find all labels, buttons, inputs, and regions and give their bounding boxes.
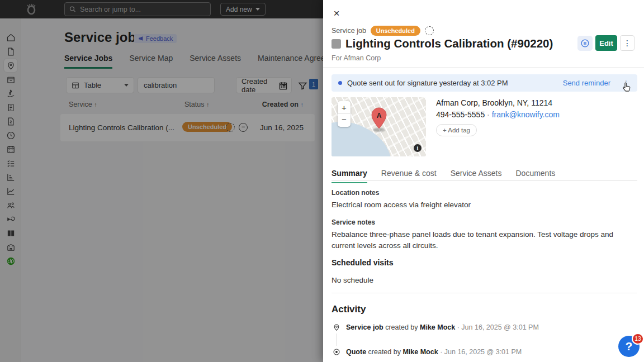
tab-service-assets[interactable]: Service Assets bbox=[451, 169, 502, 183]
client-email-link[interactable]: frank@knowify.com bbox=[492, 110, 560, 119]
help-notification-badge[interactable]: 13 bbox=[632, 333, 644, 345]
svg-text:A: A bbox=[377, 112, 382, 120]
separator: · bbox=[487, 110, 490, 119]
map-pin-icon bbox=[333, 323, 340, 333]
add-tag-button[interactable]: + Add tag bbox=[436, 124, 477, 136]
map-marker-icon[interactable]: A bbox=[370, 107, 388, 132]
job-color-swatch[interactable] bbox=[332, 39, 341, 49]
location-notes-value: Electrical room access via freight eleva… bbox=[332, 199, 471, 211]
edit-button[interactable]: Edit bbox=[595, 35, 617, 51]
client-contact-line: 494-555-5555 · frank@knowify.com bbox=[436, 110, 560, 119]
zoom-out-button[interactable]: − bbox=[338, 114, 351, 126]
mouse-cursor bbox=[622, 82, 632, 96]
modal-overlay bbox=[0, 0, 323, 362]
tab-summary[interactable]: Summary bbox=[332, 169, 367, 183]
divider bbox=[332, 180, 637, 181]
job-type-label: Service job bbox=[332, 27, 366, 35]
pause-icon bbox=[580, 39, 590, 48]
map-info-icon[interactable]: i bbox=[414, 144, 422, 152]
job-subtitle: For Afman Corp bbox=[332, 54, 381, 62]
more-menu-button[interactable]: ⋮ bbox=[620, 35, 634, 51]
activity-heading: Activity bbox=[332, 304, 366, 315]
service-job-drawer: × Service job Unscheduled Lighting Contr… bbox=[323, 0, 644, 362]
job-type-row: Service job Unscheduled bbox=[332, 26, 434, 36]
tab-revenue-cost[interactable]: Revenue & cost bbox=[381, 169, 437, 183]
service-notes-value: Rebalance three-phase panel loads due to… bbox=[332, 229, 629, 251]
client-address: Afman Corp, Brooklyn, NY, 11214 bbox=[436, 98, 552, 107]
quote-banner: Quote sent out for signature yesterday a… bbox=[332, 74, 637, 92]
activity-item: Service job created by Mike Mock · Jun 1… bbox=[333, 323, 539, 333]
divider bbox=[332, 293, 637, 293]
activity-text: Quote created by Mike Mock · Jun 16, 202… bbox=[346, 348, 522, 356]
tab-documents[interactable]: Documents bbox=[515, 169, 555, 183]
drawer-tab-bar: Summary Revenue & cost Service Assets Do… bbox=[332, 169, 555, 183]
circle-dot-icon bbox=[333, 348, 340, 358]
pause-button[interactable] bbox=[577, 36, 593, 51]
activity-item: Quote created by Mike Mock · Jun 16, 202… bbox=[333, 348, 522, 358]
job-title: Lighting Controls Calibration (#90220) bbox=[345, 37, 553, 50]
send-reminder-link[interactable]: Send reminder bbox=[563, 79, 610, 87]
scheduled-visits-label: Scheduled visits bbox=[332, 258, 393, 267]
job-title-row: Lighting Controls Calibration (#90220) bbox=[332, 37, 553, 50]
scheduled-visits-value: No schedule bbox=[332, 275, 373, 286]
status-dot-icon bbox=[338, 81, 342, 85]
schedule-placeholder-icon[interactable] bbox=[425, 26, 434, 35]
activity-connector bbox=[337, 334, 337, 346]
location-map[interactable]: A + − i bbox=[332, 97, 426, 156]
quote-banner-text: Quote sent out for signature yesterday a… bbox=[347, 79, 508, 87]
map-zoom-control: + − bbox=[338, 101, 351, 127]
activity-text: Service job created by Mike Mock · Jun 1… bbox=[346, 323, 539, 331]
status-badge: Unscheduled bbox=[371, 26, 420, 36]
zoom-in-button[interactable]: + bbox=[338, 101, 351, 114]
divider bbox=[323, 67, 644, 68]
client-phone: 494-555-5555 bbox=[436, 110, 485, 119]
service-notes-label: Service notes bbox=[332, 218, 375, 226]
location-notes-label: Location notes bbox=[332, 189, 379, 197]
close-icon[interactable]: × bbox=[331, 8, 342, 19]
